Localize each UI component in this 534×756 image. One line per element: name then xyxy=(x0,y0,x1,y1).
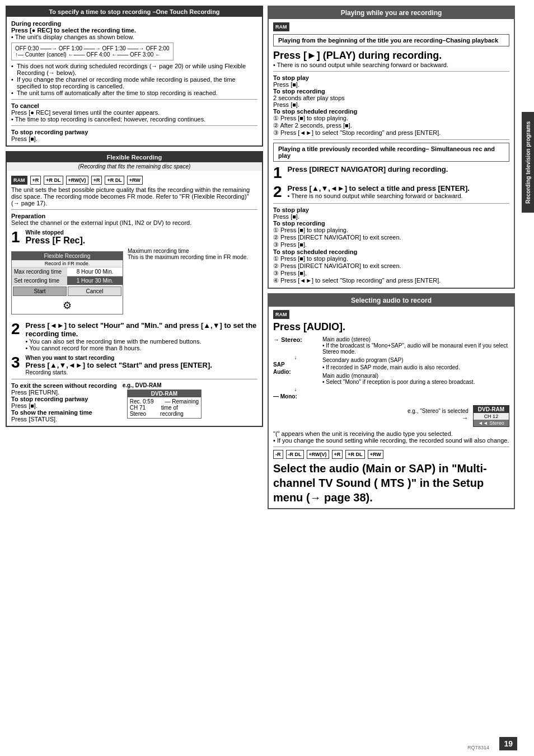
sim-step1-row: 1 Press [DIRECT NAVIGATOR] during record… xyxy=(273,165,509,181)
dialog-row2-value: 1 Hour 30 Min. xyxy=(67,276,123,285)
to-stop-play2-text: Press [■]. xyxy=(273,213,509,220)
sched-item2: ② After 2 seconds, press [■]. xyxy=(273,122,509,129)
sim-step2-content: Press [▲,▼,◄►] to select a title and pre… xyxy=(288,184,470,199)
one-touch-recording-content: During recording Press [● REC] to select… xyxy=(7,17,262,145)
step3-note: Recording starts. xyxy=(26,369,212,375)
sched-item3: ③ Press [◄►] to select "Stop recording" … xyxy=(273,129,509,137)
step3-block: 3 When you want to start recording Press… xyxy=(11,355,257,375)
step2-bullet1: • You can also set the recording time wi… xyxy=(26,338,257,345)
dialog-row1-label: Max recording time xyxy=(12,267,67,276)
step3-num: 3 xyxy=(11,355,20,370)
flexible-recording-subtitle: (Recording that fits the remaining disc … xyxy=(7,162,262,171)
step3-content: When you want to start recording Press [… xyxy=(26,355,212,375)
badge-rw-v2: +RW(V) xyxy=(307,450,329,459)
flexible-recording-section: Flexible Recording (Recording that fits … xyxy=(6,151,263,427)
sched-item1: ① Press [■] to stop playing. xyxy=(273,115,509,122)
rec2-item3: ③ Press [■]. xyxy=(273,241,509,248)
rec-time: Rec. 0:59 xyxy=(130,398,154,405)
playing-while-recording-content: RAM Playing from the beginning of the ti… xyxy=(269,19,514,288)
selecting-audio-content: RAM Press [AUDIO]. → Stereo: ↓ SAP xyxy=(269,307,514,508)
to-cancel-label: To cancel xyxy=(11,102,257,109)
step1-text: Press [F Rec]. xyxy=(26,236,86,246)
sim-step2-row: 2 Press [▲,▼,◄►] to select a title and p… xyxy=(273,184,509,200)
press-play-label: Press [►] (PLAY) during recording. xyxy=(273,50,509,62)
arrow-line2: ↑— Counter (cancel) ←—— OFF 4:00 ←—— OFF… xyxy=(15,51,170,58)
flex-rec-dialog: Flexible Recording Record in FR mode. Ma… xyxy=(11,251,123,314)
dialog-start-btn[interactable]: Start xyxy=(13,287,67,296)
step1-sub: While stopped xyxy=(26,229,86,236)
audio-labels: → Stereo: ↓ SAP Audio: ↓ — Mono: xyxy=(273,336,318,400)
side-note2: This is the maximum recording time in FR… xyxy=(128,254,248,260)
media-strip: RAM +R +R DL +RW(V) +R +R DL +RW xyxy=(11,176,257,185)
to-stop-sched-block: To stop scheduled recording ① Press [■] … xyxy=(273,108,509,137)
badge-r: +R xyxy=(91,176,102,185)
mono-label-row: — Mono: xyxy=(273,393,318,400)
ram-badge-row: RAM xyxy=(273,22,509,31)
step1-num: 1 xyxy=(11,229,20,245)
to-stop-partway-label: To stop recording partway xyxy=(11,129,257,135)
sim-step1-num: 1 xyxy=(273,165,282,181)
divider1 xyxy=(11,99,257,100)
press-rec-label: Press [● REC] to select the recording ti… xyxy=(11,27,257,34)
step1-block: 1 While stopped Press [F Rec]. Flexible … xyxy=(11,229,257,318)
right-column: Playing while you are recording RAM Play… xyxy=(268,6,528,750)
one-touch-recording-title: To specify a time to stop recording –One… xyxy=(7,7,262,17)
stereo-desc1: Main audio (stereo) xyxy=(322,336,509,342)
sim-step2-num: 2 xyxy=(273,184,282,200)
dvd-ram-row3: Stereo recording xyxy=(130,411,199,417)
arrow-down2: ↓ xyxy=(273,386,318,392)
flex-rec-desc: The unit sets the best possible picture … xyxy=(11,186,257,206)
badge-r-dl-plus: +R DL xyxy=(44,176,63,185)
preparation-text: Select the channel or the external input… xyxy=(11,219,257,226)
divider3 xyxy=(11,209,257,210)
eg-stereo-text: e.g., "Stereo" is selected xyxy=(407,408,469,414)
dvd-ram-ch: CH 12 xyxy=(474,413,509,420)
flexible-recording-title: Flexible Recording xyxy=(7,152,262,162)
playing-while-recording-title: Playing while you are recording xyxy=(269,7,514,19)
badge-rw: +RW xyxy=(127,176,143,185)
step2-content: Press [◄►] to select "Hour" and "Min." a… xyxy=(26,321,257,351)
badge-rw2: +RW xyxy=(368,450,383,459)
dvd-ram-example: e.g., DVD-RAM DVD-RAM Rec. 0:59 — Remain… xyxy=(123,382,202,419)
sched2-item2: ② Press [DIRECT NAVIGATOR] to exit scree… xyxy=(273,262,509,270)
dvd-ram-title: DVD-RAM xyxy=(128,390,201,397)
sim-step2-text: Press [▲,▼,◄►] to select a title and pre… xyxy=(288,184,470,192)
to-stop-rec2-block: To stop recording ① Press [■] to stop pl… xyxy=(273,220,509,248)
gear-icon: ⚙ xyxy=(12,297,123,314)
to-stop-sched-label: To stop scheduled recording xyxy=(273,108,509,115)
mono-desc2: • Select "Mono" if reception is poor dur… xyxy=(322,379,509,385)
press-audio-label: Press [AUDIO]. xyxy=(273,321,509,333)
to-stop-sched2-block: To stop scheduled recording ① Press [■] … xyxy=(273,248,509,284)
sim-step2-block: 2 Press [▲,▼,◄►] to select a title and p… xyxy=(273,184,509,200)
selecting-audio-section: Selecting audio to record RAM Press [AUD… xyxy=(268,293,515,509)
arrow-line1: OFF 0:30 ——→ OFF 1:00 ——→ OFF 1:30 ——→ O… xyxy=(15,45,170,51)
dvd-ram-row2: CH 71 time of xyxy=(130,405,199,411)
badge-r-dl: +R DL xyxy=(105,176,124,185)
sap-desc: Secondary audio program (SAP) xyxy=(322,357,509,363)
badge-r-minus: -R xyxy=(273,450,283,459)
to-exit-text: Press [RETURN]. xyxy=(11,389,117,396)
audio-label-row: Audio: xyxy=(273,369,318,375)
sap-label-row: SAP xyxy=(273,361,318,368)
divider-audio xyxy=(273,447,509,447)
audio-descriptions: Main audio (stereo) • If the broadcast i… xyxy=(322,336,509,400)
play-bullet1: • There is no sound output while searchi… xyxy=(273,62,509,68)
media-strip-bottom: -R -R DL +RW(V) +R +R DL +RW xyxy=(273,450,509,459)
otr-bullet-1: This does not work during scheduled reco… xyxy=(11,63,257,76)
sched2-item3: ③ Press [■]. xyxy=(273,270,509,277)
step1-side-note: Maximum recording time This is the maxim… xyxy=(128,248,248,260)
dialog-cancel-btn[interactable]: Cancel xyxy=(68,287,121,296)
arrow-down1: ↓ xyxy=(273,354,318,360)
side-note1: Maximum recording time xyxy=(128,248,248,254)
sched2-item4: ④ Press [◄►] to select "Stop recording" … xyxy=(273,277,509,284)
dialog-row2: Set recording time 1 Hour 30 Min. xyxy=(12,276,123,285)
mono-desc1: Main audio (monaural) xyxy=(322,373,509,379)
dialog-row1-value: 8 Hour 00 Min. xyxy=(67,267,123,276)
sap-label: SAP xyxy=(273,361,285,368)
otr-bullets: This does not work during scheduled reco… xyxy=(11,63,257,96)
eg-stereo-label: e.g., "Stereo" is selected → xyxy=(407,408,469,422)
press-play-section: Press [►] (PLAY) during recording. • The… xyxy=(273,50,509,68)
to-stop-rec-label: To stop recording xyxy=(273,88,509,95)
dialog-buttons: Start Cancel xyxy=(12,285,123,297)
to-stop-rec-text2: Press [■]. xyxy=(273,101,509,108)
